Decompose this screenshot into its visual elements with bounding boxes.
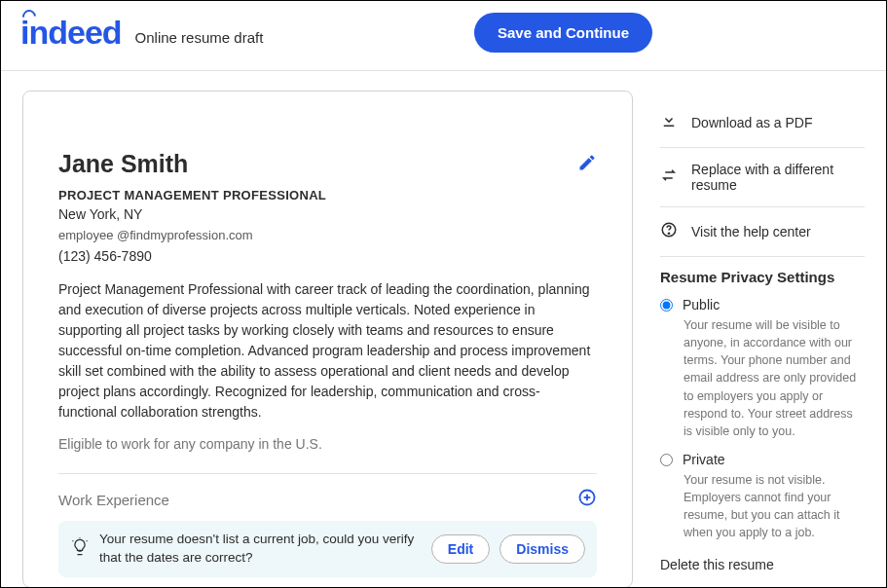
edit-button[interactable]: Edit — [431, 534, 490, 564]
help-center-link[interactable]: Visit the help center — [660, 207, 865, 257]
save-continue-button[interactable]: Save and Continue — [474, 13, 652, 53]
resume-phone: (123) 456-7890 — [58, 248, 597, 264]
plus-circle-icon[interactable] — [577, 488, 597, 511]
delete-resume-link[interactable]: Delete this resume — [660, 557, 865, 572]
download-label: Download as a PDF — [691, 115, 813, 130]
download-icon — [660, 112, 678, 133]
resume-card: Jane Smith PROJECT MANAGEMENT PROFESSION… — [22, 91, 633, 588]
resume-name: Jane Smith — [58, 150, 188, 178]
lightbulb-icon — [70, 537, 90, 561]
replace-resume-link[interactable]: Replace with a different resume — [660, 148, 865, 207]
privacy-heading: Resume Privacy Settings — [660, 269, 865, 285]
download-pdf-link[interactable]: Download as a PDF — [660, 98, 865, 148]
svg-line-5 — [87, 540, 88, 541]
help-icon — [660, 221, 678, 242]
resume-eligibility: Eligible to work for any company in the … — [58, 436, 597, 452]
notice-banner: Your resume doesn't list a current job, … — [58, 521, 597, 577]
swap-icon — [660, 166, 678, 188]
private-label: Private — [683, 452, 725, 467]
svg-point-7 — [668, 233, 669, 234]
notice-text: Your resume doesn't list a current job, … — [99, 531, 422, 568]
svg-line-4 — [73, 540, 74, 541]
resume-summary: Project Management Professional with car… — [58, 279, 597, 423]
resume-location: New York, NY — [58, 206, 597, 222]
radio-private[interactable] — [660, 454, 673, 466]
pencil-icon[interactable] — [577, 153, 597, 176]
section-work-experience: Work Experience — [58, 492, 169, 508]
replace-label: Replace with a different resume — [691, 162, 865, 193]
dismiss-button[interactable]: Dismiss — [499, 534, 585, 564]
public-label: Public — [683, 297, 720, 312]
page-subtitle: Online resume draft — [135, 19, 264, 46]
resume-title: PROJECT MANAGEMENT PROFESSIONAL — [58, 188, 597, 202]
help-label: Visit the help center — [691, 224, 811, 239]
public-desc: Your resume will be visible to anyone, i… — [684, 316, 865, 440]
indeed-logo[interactable]: indeed — [20, 14, 122, 52]
resume-email: employee @findmyprofession.com — [58, 228, 597, 242]
radio-public[interactable] — [660, 299, 673, 312]
private-desc: Your resume is not visible. Employers ca… — [684, 471, 865, 542]
